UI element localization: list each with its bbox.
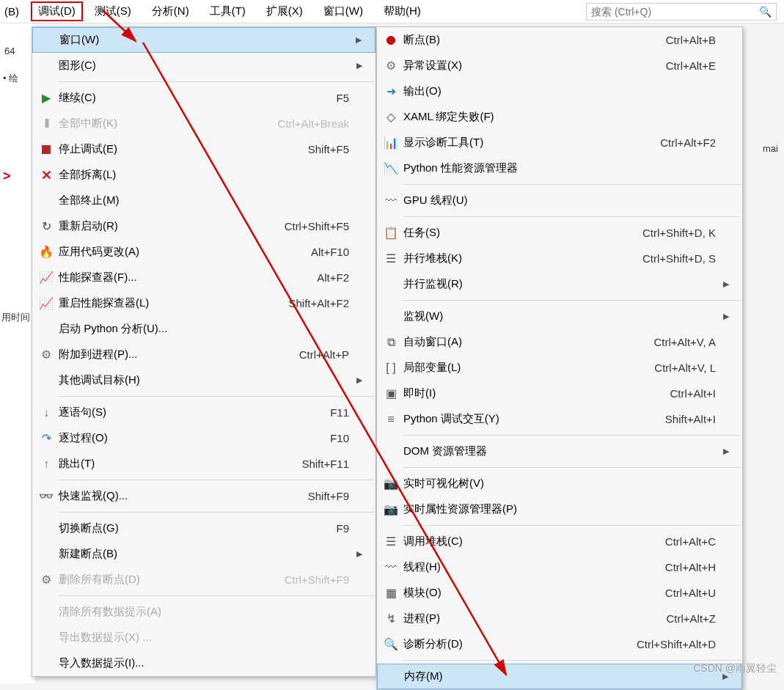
left_menu-item[interactable]: 🔥应用代码更改(A)Alt+F10 [32, 239, 375, 265]
left_menu-item[interactable]: 📈性能探查器(F)...Alt+F2 [32, 265, 375, 290]
left_menu-item[interactable]: 新建断点(B)▶ [32, 541, 375, 567]
right_menu-item[interactable]: ➜输出(O) [377, 78, 742, 104]
blank-icon [378, 276, 403, 293]
right_menu-item[interactable]: 📷实时可视化树(V) [377, 471, 742, 496]
right_menu-item[interactable]: ⧉自动窗口(A)Ctrl+Alt+V, A [377, 329, 742, 355]
left_menu-item: 导出数据提示(X) ... [32, 625, 375, 650]
right_menu-item[interactable]: [ ]局部变量(L)Ctrl+Alt+V, L [377, 355, 742, 381]
menubar-item-extensions[interactable]: 扩展(X) [256, 1, 313, 21]
blank-icon [378, 443, 403, 460]
fire-icon: 🔥 [34, 243, 59, 261]
left_menu-item[interactable]: 👓快速监视(Q)...Shift+F9 [32, 483, 375, 509]
pause-icon: II [34, 115, 59, 133]
left_menu-item[interactable]: ↷逐过程(O)F10 [32, 425, 375, 451]
menu-item-shortcut: Ctrl+Alt+C [665, 535, 723, 548]
right_menu-item[interactable]: ☰并行堆栈(K)Ctrl+Shift+D, S [377, 246, 742, 271]
menu-item-shortcut: Shift+F5 [308, 143, 356, 155]
right_menu-item[interactable]: 📷实时属性资源管理器(P) [377, 496, 742, 522]
search-icon: 🔍 [759, 6, 772, 18]
menu-item-label: 诊断分析(D) [403, 637, 637, 651]
right_menu-item[interactable]: ◇XAML 绑定失败(F) [377, 104, 742, 130]
bg-time: 用时间 [1, 311, 30, 324]
menu-item-label: 即时(I) [403, 386, 670, 400]
left_menu-item[interactable]: 停止调试(E)Shift+F5 [32, 136, 375, 162]
menu-item-label: 全部拆离(L) [59, 168, 349, 182]
menu-item-label: 并行堆栈(K) [403, 252, 642, 265]
left_menu-item[interactable]: 启动 Python 分析(U)... [32, 316, 375, 342]
blank-icon [34, 520, 59, 537]
menu-item-label: 进程(P) [403, 612, 666, 625]
right_menu-item[interactable]: 📊显示诊断工具(T)Ctrl+Alt+F2 [377, 130, 742, 155]
menubar-item-test[interactable]: 测试(S) [84, 1, 142, 21]
menu-item-label: 并行监视(R) [403, 277, 716, 291]
menu-item-label: 应用代码更改(A) [59, 245, 311, 259]
blank-icon [34, 320, 59, 338]
menubar: (B) 调试(D) 测试(S) 分析(N) 工具(T) 扩展(X) 窗口(W) … [0, 0, 784, 23]
right_menu-item[interactable]: 🔍诊断分析(D)Ctrl+Shift+Alt+D [377, 631, 742, 657]
right_menu-item[interactable]: ⚙异常设置(X)Ctrl+Alt+E [377, 53, 742, 78]
restart-icon: ↻ [34, 218, 59, 235]
stepout-icon: ↑ [34, 455, 59, 473]
left_menu-item[interactable]: ↓逐语句(S)F11 [32, 400, 375, 425]
menubar-item-debug[interactable]: 调试(D) [31, 1, 83, 21]
menubar-item-analyze[interactable]: 分析(N) [142, 1, 199, 21]
menu-separator [59, 480, 374, 480]
left_menu-item[interactable]: 切换断点(G)F9 [32, 515, 375, 541]
left_menu-item[interactable]: ✕全部拆离(L) [32, 162, 375, 188]
left_menu-item[interactable]: 📈重启性能探查器(L)Shift+Alt+F2 [32, 290, 375, 316]
search-box[interactable]: 🔍 [586, 3, 777, 21]
menubar-item-b[interactable]: (B) [0, 2, 29, 21]
blank-icon [34, 629, 59, 647]
menu-separator [403, 525, 741, 526]
left_menu-item[interactable]: ↑跳出(T)Shift+F11 [32, 451, 375, 477]
left_menu-item[interactable]: 窗口(W)▶ [32, 27, 375, 53]
right_menu-item[interactable]: ☰调用堆栈(C)Ctrl+Alt+C [377, 529, 742, 554]
submenu-arrow-icon: ▶ [356, 61, 367, 70]
auto-icon: ⧉ [378, 334, 403, 351]
right_menu-item[interactable]: 📉Python 性能资源管理器 [377, 155, 742, 181]
menu-item-shortcut: Ctrl+Alt+Break [277, 117, 356, 130]
menubar-item-help[interactable]: 帮助(H) [373, 1, 431, 21]
left_menu-item[interactable]: 图形(C)▶ [32, 53, 375, 78]
left_menu-item[interactable]: 其他调试目标(H)▶ [32, 367, 375, 393]
menu-item-label: 停止调试(E) [59, 142, 308, 156]
menu-item-shortcut: Alt+F10 [311, 246, 356, 258]
left_menu-item[interactable]: 导入数据提示(I)... [32, 650, 375, 676]
right_menu-item[interactable]: 📋任务(S)Ctrl+Shift+D, K [377, 220, 742, 246]
menu-item-label: 内存(M) [404, 669, 715, 683]
menu-item-label: 启动 Python 分析(U)... [59, 322, 349, 336]
left_menu-item[interactable]: ↻重新启动(R)Ctrl+Shift+F5 [32, 213, 375, 239]
menu-item-label: 清除所有数据提示(A) [59, 605, 349, 619]
right_menu-item[interactable]: 〰GPU 线程(U) [377, 188, 742, 213]
right_menu-item[interactable]: 并行监视(R)▶ [377, 271, 742, 297]
menubar-item-window[interactable]: 窗口(W) [313, 1, 373, 21]
menu-item-label: 删除所有断点(D) [59, 573, 285, 587]
left_menu-item[interactable]: 全部终止(M) [32, 188, 375, 213]
menu-item-label: 快速监视(Q)... [59, 489, 308, 503]
menu-item-shortcut: Alt+F2 [317, 271, 356, 284]
right_menu-item[interactable]: ▣即时(I)Ctrl+Alt+I [377, 381, 742, 406]
right_menu-item[interactable]: 内存(M)▶ [377, 664, 742, 689]
right_menu-item[interactable]: DOM 资源管理器▶ [377, 438, 742, 464]
imm-icon: ▣ [378, 385, 403, 403]
menu-item-label: 局部变量(L) [403, 361, 654, 375]
right_menu-item[interactable]: ≡Python 调试交互(Y)Shift+Alt+I [377, 406, 742, 432]
menu-separator [59, 512, 374, 513]
search-input[interactable] [591, 6, 759, 18]
right_menu-item[interactable]: 断点(B)Ctrl+Alt+B [377, 27, 742, 53]
bg-x64: 64 [4, 45, 15, 56]
menu-separator [59, 81, 374, 82]
right_menu-item[interactable]: 监视(W)▶ [377, 304, 742, 329]
menu-item-label: 模块(O) [403, 586, 665, 600]
menu-separator [403, 216, 741, 217]
right_menu-item[interactable]: 〰线程(H)Ctrl+Alt+H [377, 554, 742, 580]
pyi-icon: ≡ [378, 411, 403, 428]
left_menu-item[interactable]: ▶继续(C)F5 [32, 85, 375, 111]
right_menu-item[interactable]: ↯进程(P)Ctrl+Alt+Z [377, 606, 742, 631]
menubar-item-tools[interactable]: 工具(T) [199, 1, 256, 21]
menu-item-label: 重新启动(R) [59, 219, 285, 233]
left_menu-item[interactable]: ⚙附加到进程(P)...Ctrl+Alt+P [32, 342, 375, 367]
menu-item-label: 新建断点(B) [59, 547, 349, 561]
right_menu-item[interactable]: ▦模块(O)Ctrl+Alt+U [377, 580, 742, 606]
menu-separator [403, 467, 741, 468]
